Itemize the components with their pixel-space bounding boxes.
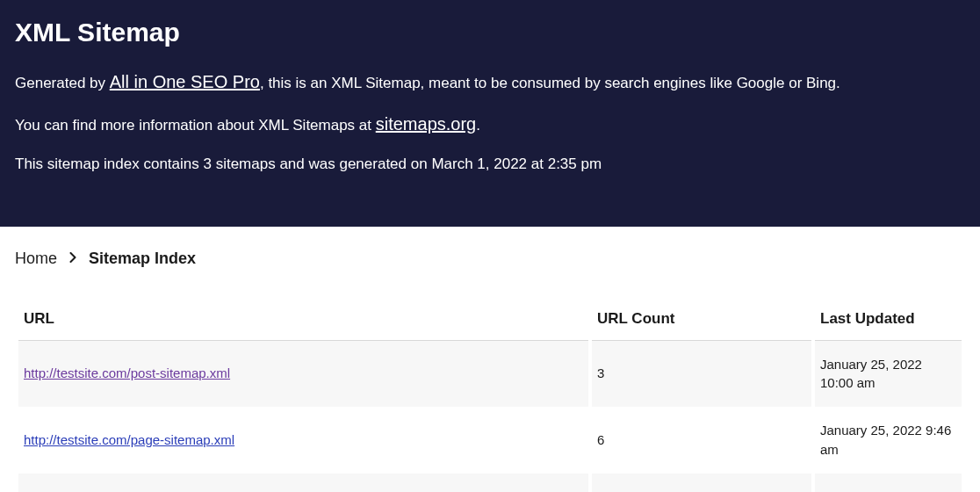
breadcrumb-current: Sitemap Index	[89, 250, 196, 268]
page-title: XML Sitemap	[15, 18, 965, 47]
sitemap-url-link[interactable]: http://testsite.com/post-sitemap.xml	[24, 365, 230, 380]
breadcrumb: Home Sitemap Index	[15, 250, 965, 268]
page-header: XML Sitemap Generated by All in One SEO …	[0, 0, 980, 227]
generated-prefix: Generated by	[15, 75, 110, 91]
table-cell-url: http://testsite.com/post-sitemap.xml	[18, 341, 588, 408]
table-row: http://testsite.com/page-sitemap.xml 6 J…	[18, 407, 962, 474]
summary-text: This sitemap index contains 3 sitemaps a…	[15, 153, 965, 176]
table-cell-url: http://testsite.com/category-sitemap.xml	[18, 474, 588, 493]
table-cell-updated: January 25, 2022 10:00 am	[815, 474, 962, 493]
table-cell-updated: January 25, 2022 9:46 am	[815, 407, 962, 474]
generated-by-link[interactable]: All in One SEO Pro	[110, 72, 260, 91]
generated-by-text: Generated by All in One SEO Pro, this is…	[15, 69, 965, 95]
table-cell-url: http://testsite.com/page-sitemap.xml	[18, 407, 588, 474]
page-content: Home Sitemap Index URL URL Count Last Up…	[0, 227, 980, 493]
info-prefix: You can find more information about XML …	[15, 117, 376, 134]
info-link[interactable]: sitemaps.org	[376, 114, 477, 134]
sitemap-url-link[interactable]: http://testsite.com/page-sitemap.xml	[24, 432, 234, 447]
info-text: You can find more information about XML …	[15, 111, 965, 137]
table-row: http://testsite.com/category-sitemap.xml…	[18, 474, 962, 493]
table-header-url: URL	[18, 300, 588, 341]
table-cell-updated: January 25, 2022 10:00 am	[815, 341, 962, 408]
table-header-updated: Last Updated	[815, 300, 962, 341]
chevron-right-icon	[69, 251, 76, 265]
table-cell-count: 3	[592, 341, 811, 408]
generated-suffix: , this is an XML Sitemap, meant to be co…	[260, 75, 840, 91]
table-cell-count: 6	[592, 407, 811, 474]
info-suffix: .	[476, 117, 480, 134]
breadcrumb-home[interactable]: Home	[15, 250, 57, 268]
sitemap-table: URL URL Count Last Updated http://testsi…	[15, 300, 965, 493]
table-cell-count: 1	[592, 474, 811, 493]
table-header-count: URL Count	[592, 300, 811, 341]
table-row: http://testsite.com/post-sitemap.xml 3 J…	[18, 341, 962, 408]
